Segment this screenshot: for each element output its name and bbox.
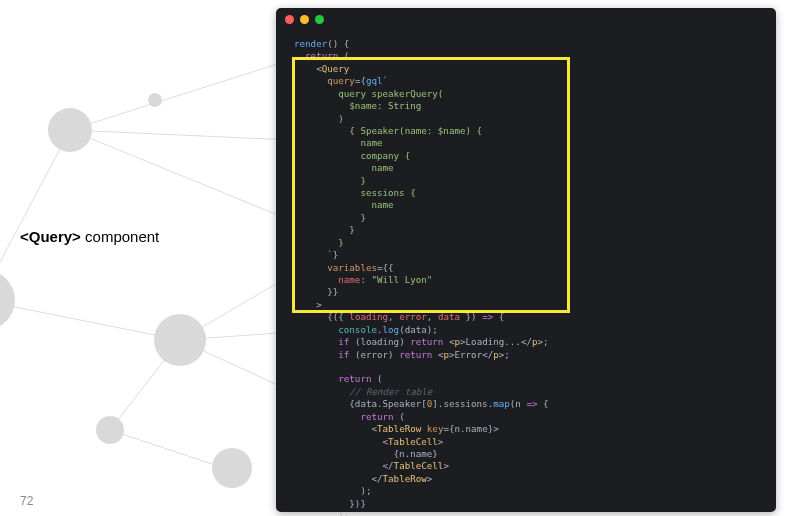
svg-point-12 xyxy=(154,314,206,366)
minimize-icon[interactable] xyxy=(300,15,309,24)
svg-line-0 xyxy=(70,60,290,130)
code-editor-window: render() { return ( <Query query={gql` q… xyxy=(276,8,776,512)
close-icon[interactable] xyxy=(285,15,294,24)
label-rest: component xyxy=(81,228,159,245)
label-bold: <Query> xyxy=(20,228,81,245)
slide: <Query> component 72 render() { return (… xyxy=(0,0,800,516)
zoom-icon[interactable] xyxy=(315,15,324,24)
page-number: 72 xyxy=(20,494,33,508)
svg-point-14 xyxy=(212,448,252,488)
svg-point-13 xyxy=(96,416,124,444)
svg-line-9 xyxy=(0,300,180,340)
query-component-label: <Query> component xyxy=(20,228,159,245)
svg-line-2 xyxy=(70,130,290,220)
code-content: render() { return ( <Query query={gql` q… xyxy=(276,38,776,506)
window-controls xyxy=(285,15,324,24)
svg-point-10 xyxy=(48,108,92,152)
svg-line-7 xyxy=(110,430,230,470)
svg-line-6 xyxy=(110,340,180,430)
svg-point-11 xyxy=(148,93,162,107)
svg-point-17 xyxy=(0,270,15,330)
svg-line-8 xyxy=(0,130,70,300)
svg-line-1 xyxy=(70,130,290,140)
